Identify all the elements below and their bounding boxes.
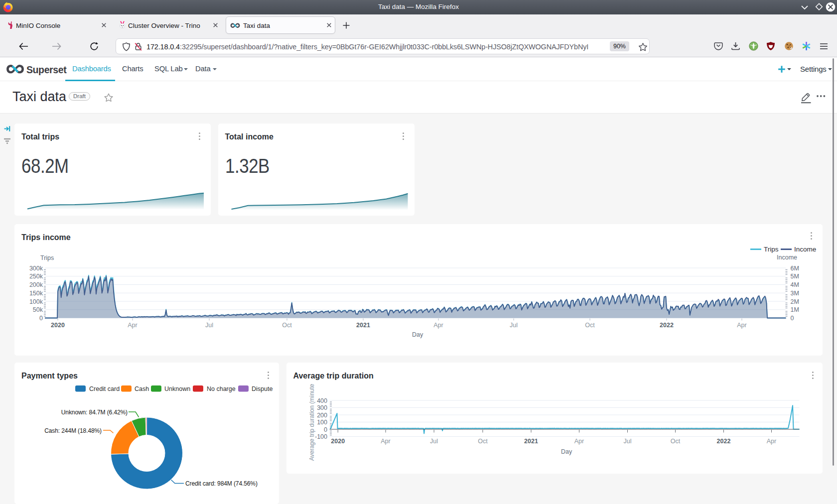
svg-text:0: 0 [39, 315, 43, 322]
svg-text:250k: 250k [29, 273, 43, 280]
svg-text:Jul: Jul [510, 322, 518, 329]
svg-text:Apr: Apr [574, 438, 583, 445]
svg-text:5M: 5M [791, 273, 799, 280]
svg-text:2M: 2M [791, 298, 799, 305]
svg-text:4M: 4M [791, 281, 799, 288]
svg-text:Trips: Trips [764, 246, 779, 253]
svg-text:Oct: Oct [585, 322, 595, 329]
svg-text:3M: 3M [791, 290, 799, 297]
svg-text:Day: Day [561, 448, 572, 455]
svg-text:2022: 2022 [660, 322, 674, 329]
svg-text:2020: 2020 [331, 438, 345, 445]
svg-text:Apr: Apr [766, 438, 776, 445]
svg-text:-100: -100 [314, 433, 327, 440]
svg-text:Unknown: Unknown [164, 385, 190, 392]
svg-text:Dispute: Dispute [252, 385, 273, 392]
svg-text:Apr: Apr [433, 322, 443, 329]
svg-text:0: 0 [324, 426, 327, 433]
svg-text:2020: 2020 [51, 322, 65, 329]
svg-text:1M: 1M [791, 306, 799, 313]
svg-text:400: 400 [317, 397, 327, 404]
svg-text:Apr: Apr [128, 322, 137, 329]
svg-text:300k: 300k [29, 265, 43, 272]
svg-text:Jul: Jul [430, 438, 438, 445]
svg-text:Oct: Oct [478, 438, 488, 445]
svg-text:Average trip duration (minute: Average trip duration (minute [308, 383, 315, 461]
svg-text:Unknown: 84.7M (6.42%): Unknown: 84.7M (6.42%) [61, 409, 128, 416]
svg-text:150k: 150k [29, 290, 43, 297]
svg-text:200: 200 [317, 412, 327, 419]
svg-text:100k: 100k [29, 298, 43, 305]
svg-text:Income: Income [777, 254, 797, 261]
svg-text:6M: 6M [791, 265, 799, 272]
svg-text:100: 100 [317, 419, 327, 426]
svg-text:0: 0 [791, 315, 794, 322]
svg-text:Day: Day [412, 331, 423, 338]
svg-text:Cash: Cash [135, 385, 149, 392]
svg-text:Income: Income [794, 246, 816, 253]
svg-text:Jul: Jul [205, 322, 213, 329]
svg-text:Trips: Trips [40, 254, 54, 261]
svg-text:Oct: Oct [670, 438, 680, 445]
svg-text:2021: 2021 [524, 438, 538, 445]
svg-text:Credit card: Credit card [89, 385, 120, 392]
svg-text:Credit card: 984M (74.56%): Credit card: 984M (74.56%) [185, 480, 258, 487]
svg-text:200k: 200k [29, 281, 43, 288]
svg-text:300: 300 [317, 404, 327, 411]
svg-text:50k: 50k [33, 306, 43, 313]
svg-text:Apr: Apr [737, 322, 746, 329]
svg-text:Jul: Jul [623, 438, 631, 445]
svg-text:2022: 2022 [716, 438, 730, 445]
svg-text:No charge: No charge [207, 385, 236, 392]
svg-text:2021: 2021 [356, 322, 370, 329]
svg-text:Apr: Apr [381, 438, 390, 445]
svg-text:Oct: Oct [282, 322, 292, 329]
svg-text:Cash: 244M (18.48%): Cash: 244M (18.48%) [44, 427, 102, 434]
